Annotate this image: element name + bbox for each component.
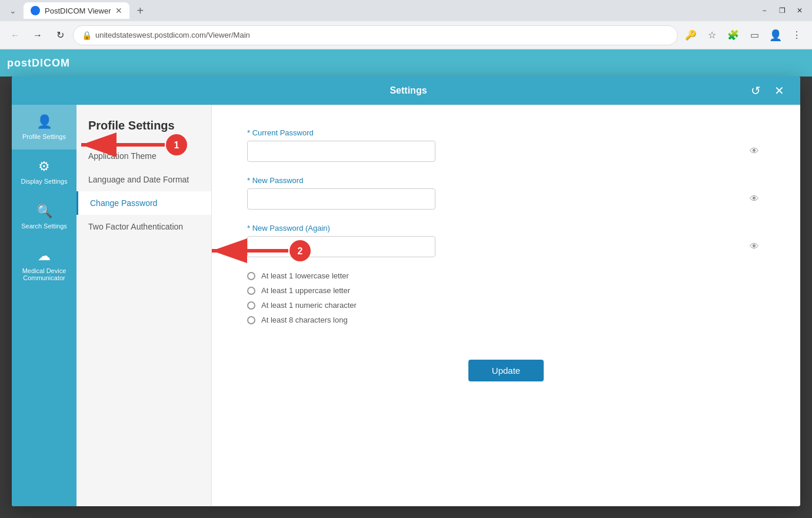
validation-label-length: At least 8 characters long [261,316,348,324]
close-window-button[interactable]: ✕ [792,3,807,18]
new-password-eye-icon[interactable]: 👁 [750,194,759,204]
validation-lowercase: At least 1 lowercase letter [247,271,765,280]
update-button-container: Update [247,360,765,381]
tab-title: PostDICOM Viewer [45,6,111,15]
sub-nav-title: Profile Settings [76,114,211,144]
sidebar-item-display[interactable]: ⚙ Display Settings [12,150,76,194]
modal-refresh-button[interactable]: ↺ [746,81,765,100]
sidebar-label-search: Search Settings [21,223,67,230]
sidebar-label-display: Display Settings [21,178,68,185]
validation-label-numeric: At least 1 numeric character [261,301,357,310]
profile-icon: 👤 [36,114,52,130]
sidebar-item-search[interactable]: 🔍 Search Settings [12,194,76,239]
sidebar-label-medical: Medical Device Communicator [16,267,72,281]
new-password-label: * New Password [247,176,765,185]
new-password-again-label: * New Password (Again) [247,224,765,233]
modal-body: 👤 Profile Settings ⚙ Display Settings 🔍 … [12,105,800,506]
settings-modal: Settings ↺ ✕ 👤 Profile Settings ⚙ Displa… [12,77,800,506]
extensions-icon[interactable]: 🧩 [724,26,743,45]
address-bar[interactable]: 🔒 unitedstateswest.postdicom.com/Viewer/… [73,25,678,45]
medical-icon: ☁ [38,248,51,264]
refresh-button[interactable]: ↻ [51,26,69,45]
validation-numeric: At least 1 numeric character [247,301,765,310]
current-password-wrapper: 👁 [247,141,765,162]
current-password-label: * Current Password [247,128,765,137]
sub-nav-change-password[interactable]: Change Password [76,191,211,215]
browser-tab[interactable]: PostDICOM Viewer ✕ [24,2,129,19]
new-password-wrapper: 👁 [247,188,765,210]
validation-uppercase: At least 1 uppercase letter [247,286,765,295]
sidebar-label-profile: Profile Settings [22,133,66,140]
validation-list: At least 1 lowercase letter At least 1 u… [247,271,765,324]
tab-close-button[interactable]: ✕ [115,6,122,15]
modal-title: Settings [71,85,746,96]
current-password-input[interactable] [247,141,435,162]
sub-navigation: Profile Settings Application Theme Langu… [76,105,212,506]
minimize-button[interactable]: − [757,3,772,18]
sidebar-item-profile[interactable]: 👤 Profile Settings [12,105,76,150]
validation-radio-length [247,316,255,324]
update-button[interactable]: Update [468,360,544,381]
validation-radio-uppercase [247,287,255,295]
current-password-eye-icon[interactable]: 👁 [750,146,759,157]
new-password-input[interactable] [247,188,435,210]
app-background-bar: postDICOM [0,49,812,77]
validation-length: At least 8 characters long [247,316,765,324]
app-logo: postDICOM [7,57,70,69]
sub-nav-two-factor[interactable]: Two Factor Authentication [76,215,211,238]
search-icon: 🔍 [36,204,52,219]
validation-label-uppercase: At least 1 uppercase letter [261,286,350,295]
current-password-group: * Current Password 👁 [247,128,765,162]
display-icon: ⚙ [38,159,50,174]
new-password-group: * New Password 👁 [247,176,765,210]
profile-icon[interactable]: 👤 [766,26,785,45]
new-password-again-group: * New Password (Again) 👁 [247,224,765,257]
new-password-again-wrapper: 👁 [247,236,765,257]
sub-nav-lang-date[interactable]: Language and Date Format [76,168,211,191]
new-password-again-input[interactable] [247,236,435,257]
modal-header: Settings ↺ ✕ [12,77,800,105]
new-tab-button[interactable]: + [132,4,148,18]
url-text: unitedstateswest.postdicom.com/Viewer/Ma… [95,31,250,39]
modal-close-button[interactable]: ✕ [770,81,788,100]
restore-button[interactable]: ❐ [774,3,790,18]
settings-sidebar: 👤 Profile Settings ⚙ Display Settings 🔍 … [12,105,76,506]
main-content-area: * Current Password 👁 * New Password 👁 [212,105,800,506]
new-password-again-eye-icon[interactable]: 👁 [750,241,759,252]
sidebar-item-medical[interactable]: ☁ Medical Device Communicator [12,239,76,291]
save-page-icon[interactable]: 🔑 [681,26,700,45]
validation-radio-numeric [247,301,255,310]
bookmark-icon[interactable]: ☆ [703,26,721,45]
menu-icon[interactable]: ⋮ [787,26,806,45]
split-screen-icon[interactable]: ▭ [745,26,764,45]
validation-label-lowercase: At least 1 lowercase letter [261,271,349,280]
forward-button[interactable]: → [28,26,47,45]
back-button[interactable]: ← [6,26,25,45]
validation-radio-lowercase [247,272,255,280]
tab-list-button[interactable]: ⌄ [5,2,21,19]
tab-favicon [31,6,40,15]
sub-nav-app-theme[interactable]: Application Theme [76,144,211,168]
